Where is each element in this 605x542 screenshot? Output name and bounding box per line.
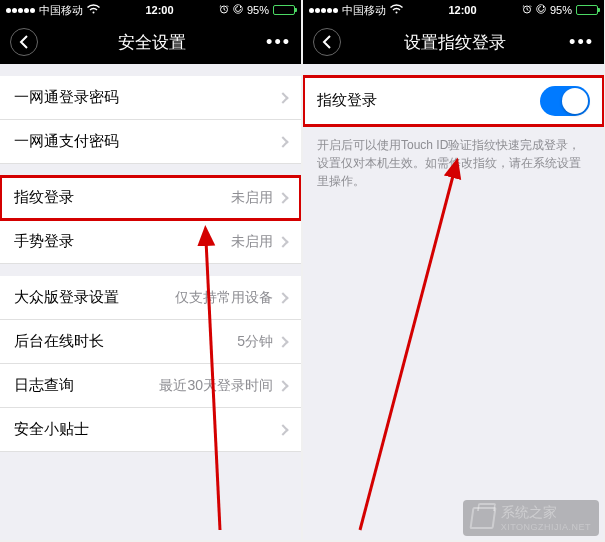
cell-fingerprint-toggle: 指纹登录 — [303, 76, 604, 126]
cell-log-query[interactable]: 日志查询 最近30天登录时间 — [0, 364, 301, 408]
cell-security-tips[interactable]: 安全小贴士 — [0, 408, 301, 452]
cell-gesture-login[interactable]: 手势登录 未启用 — [0, 220, 301, 264]
cell-label: 指纹登录 — [14, 188, 74, 207]
chevron-icon — [277, 236, 288, 247]
watermark-name: 系统之家 — [501, 504, 557, 520]
watermark-logo-icon — [469, 507, 496, 529]
nav-bar: 设置指纹登录 ••• — [303, 20, 604, 64]
cell-pay-password[interactable]: 一网通支付密码 — [0, 120, 301, 164]
wifi-icon — [87, 4, 100, 16]
status-bar: 中国移动 12:00 95% — [0, 0, 301, 20]
rotation-lock-icon — [233, 4, 243, 16]
signal-icon — [6, 8, 35, 13]
chevron-icon — [277, 192, 288, 203]
cell-value: 5分钟 — [237, 333, 273, 351]
back-button[interactable] — [10, 28, 38, 56]
cell-label: 日志查询 — [14, 376, 74, 395]
cell-value: 未启用 — [231, 189, 273, 207]
cell-label: 指纹登录 — [317, 91, 377, 110]
rotation-lock-icon — [536, 4, 546, 16]
settings-list: 指纹登录 开启后可以使用Touch ID验证指纹快速完成登录，设置仅对本机生效。… — [303, 64, 604, 540]
cell-fingerprint-login[interactable]: 指纹登录 未启用 — [0, 176, 301, 220]
chevron-icon — [277, 292, 288, 303]
cell-label: 后台在线时长 — [14, 332, 104, 351]
cell-value: 最近30天登录时间 — [159, 377, 273, 395]
fingerprint-description: 开启后可以使用Touch ID验证指纹快速完成登录，设置仅对本机生效。如需修改指… — [303, 126, 604, 200]
wifi-icon — [390, 4, 403, 16]
cell-label: 手势登录 — [14, 232, 74, 251]
cell-label: 一网通登录密码 — [14, 88, 119, 107]
clock: 12:00 — [145, 4, 173, 16]
cell-login-password[interactable]: 一网通登录密码 — [0, 76, 301, 120]
svg-point-3 — [537, 5, 546, 14]
chevron-icon — [277, 424, 288, 435]
settings-list: 一网通登录密码 一网通支付密码 指纹登录 未启用 手势登录 未启用 — [0, 64, 301, 540]
alarm-icon — [219, 4, 229, 16]
more-button[interactable]: ••• — [569, 32, 594, 53]
chevron-icon — [277, 92, 288, 103]
status-bar: 中国移动 12:00 95% — [303, 0, 604, 20]
battery-pct: 95% — [247, 4, 269, 16]
battery-icon — [576, 5, 598, 15]
chevron-icon — [277, 136, 288, 147]
nav-bar: 安全设置 ••• — [0, 20, 301, 64]
cell-device-setting[interactable]: 大众版登录设置 仅支持常用设备 — [0, 276, 301, 320]
cell-online-duration[interactable]: 后台在线时长 5分钟 — [0, 320, 301, 364]
chevron-icon — [277, 336, 288, 347]
alarm-icon — [522, 4, 532, 16]
carrier-label: 中国移动 — [342, 3, 386, 18]
fingerprint-toggle[interactable] — [540, 86, 590, 116]
battery-icon — [273, 5, 295, 15]
watermark: 系统之家 XITONGZHIJIA.NET — [463, 500, 599, 536]
page-title: 设置指纹登录 — [404, 31, 506, 54]
cell-label: 大众版登录设置 — [14, 288, 119, 307]
carrier-label: 中国移动 — [39, 3, 83, 18]
clock: 12:00 — [448, 4, 476, 16]
chevron-icon — [277, 380, 288, 391]
watermark-url: XITONGZHIJIA.NET — [501, 522, 591, 532]
screen-security-settings: 中国移动 12:00 95% 安全设置 ••• — [0, 0, 301, 540]
more-button[interactable]: ••• — [266, 32, 291, 53]
back-button[interactable] — [313, 28, 341, 56]
cell-label: 一网通支付密码 — [14, 132, 119, 151]
signal-icon — [309, 8, 338, 13]
cell-value: 仅支持常用设备 — [175, 289, 273, 307]
cell-value: 未启用 — [231, 233, 273, 251]
battery-pct: 95% — [550, 4, 572, 16]
cell-label: 安全小贴士 — [14, 420, 89, 439]
svg-point-1 — [234, 5, 243, 14]
screen-fingerprint-setting: 中国移动 12:00 95% 设置指纹登录 • — [303, 0, 604, 540]
page-title: 安全设置 — [118, 31, 186, 54]
